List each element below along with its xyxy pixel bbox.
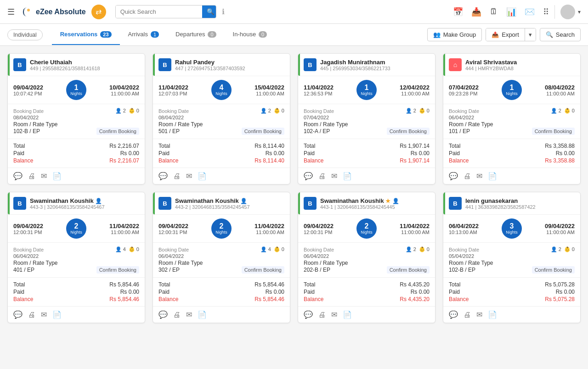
guest-id: 443-1 | 3206468135/3584245445	[320, 204, 430, 210]
user-menu[interactable]: ▾	[560, 5, 581, 19]
email-icon[interactable]: ✉	[476, 310, 482, 319]
document-icon[interactable]: 📄	[52, 310, 62, 319]
email-icon[interactable]: ✉	[186, 172, 192, 180]
guest-icons: 👤 2 👶 0	[115, 108, 139, 114]
make-group-button[interactable]: 👥 Make Group	[427, 28, 482, 41]
document-icon[interactable]: 📄	[488, 310, 497, 319]
export-dropdown-button[interactable]: ▾	[525, 28, 536, 41]
comment-icon[interactable]: 💬	[449, 310, 458, 319]
tab-arrivals[interactable]: Arrivals 1	[120, 24, 167, 45]
document-icon[interactable]: 📄	[52, 172, 62, 180]
card-header: B Jagadish Munirathnam 445 | 2569953034/…	[298, 54, 435, 76]
individual-toggle[interactable]: Individual	[7, 29, 43, 40]
guest-info: Cherie Uthaiah 449 | 2955882261/35881416…	[30, 59, 139, 71]
tab-arrivals-label: Arrivals	[128, 31, 148, 38]
grid-icon[interactable]: ⠿	[543, 7, 549, 17]
export-button[interactable]: 📤 Export	[486, 28, 525, 41]
check-in-date: 09/04/2022	[158, 223, 209, 229]
tab-inhouse[interactable]: In-house 0	[225, 24, 276, 45]
document-icon[interactable]: 📄	[343, 172, 352, 180]
source-avatar: B	[158, 197, 171, 210]
nights-label: Nights	[361, 230, 373, 235]
comment-icon[interactable]: 💬	[304, 310, 313, 319]
quick-search-input[interactable]	[116, 6, 202, 18]
print-icon[interactable]: 🖨	[318, 311, 326, 319]
quick-search-button[interactable]: 🔍	[202, 6, 216, 18]
toggle-group: Individual	[7, 29, 43, 40]
booking-date-value: 08/04/2022	[13, 115, 39, 120]
email-icon[interactable]: ✉	[331, 172, 337, 180]
nights-number: 2	[365, 223, 369, 230]
calendar-icon[interactable]: 📅	[453, 7, 463, 17]
booking-info: Booking Date 👤 2 👶 0 08/04/2022 Room / R…	[8, 104, 145, 139]
email-icon[interactable]: ✉	[476, 172, 482, 180]
mail-icon[interactable]: ✉️	[525, 7, 535, 17]
print-icon[interactable]: 🖨	[28, 172, 35, 180]
guest-icons: 👤 2 👶 0	[260, 108, 284, 114]
room-rate-value: 501 / EP	[158, 128, 180, 134]
inbox-icon[interactable]: 📥	[471, 7, 481, 17]
status-bar	[298, 54, 300, 76]
print-icon[interactable]: 🖨	[464, 311, 471, 319]
status-bar	[8, 54, 10, 76]
check-out-date: 12/04/2022	[379, 84, 430, 91]
print-icon[interactable]: 🖨	[464, 172, 471, 180]
reservation-card: B Rahul Pandey 447 | 2726947513/35874035…	[153, 53, 290, 184]
tab-departures[interactable]: Departures 0	[167, 24, 224, 45]
guest-info: Aviral Shrivastava 444 | HMRY2BWDA8	[465, 59, 575, 71]
document-icon[interactable]: 📄	[198, 310, 207, 319]
print-icon[interactable]: 🖨	[318, 172, 326, 180]
balance-row: Balance Rs 2,216.07	[13, 157, 139, 164]
guest-info: Jagadish Munirathnam 445 | 2569953034/35…	[320, 59, 430, 71]
check-in-time: 12:00:31 PM	[304, 229, 354, 235]
email-icon[interactable]: ✉	[186, 310, 192, 319]
print-icon[interactable]: 🖨	[28, 311, 35, 319]
comment-icon[interactable]: 💬	[449, 172, 458, 180]
comment-icon[interactable]: 💬	[158, 172, 168, 180]
email-icon[interactable]: ✉	[41, 172, 47, 180]
calendar2-icon[interactable]: 🗓	[490, 7, 498, 17]
info-icon[interactable]: ℹ	[222, 7, 225, 16]
random-icon[interactable]: ⇄	[91, 5, 106, 19]
document-icon[interactable]: 📄	[198, 172, 207, 180]
booking-date-value-row: 08/04/2022	[13, 115, 139, 120]
room-rate-row: 102-B / EP Confirm Booking	[13, 128, 139, 135]
card-header: B Swaminathan Koushik 👤 443-3 | 32064681…	[8, 192, 145, 215]
child-icon: 👶 0	[419, 246, 430, 252]
guest-id: 443-2 | 3206468135/3584245457	[175, 204, 284, 210]
check-out-date: 15/04/2022	[234, 84, 284, 91]
email-icon[interactable]: ✉	[331, 310, 337, 319]
search-button[interactable]: 🔍 Search	[540, 28, 581, 41]
check-in-time: 12:36:53 PM	[304, 91, 354, 96]
email-icon[interactable]: ✉	[41, 310, 47, 319]
comment-icon[interactable]: 💬	[158, 310, 168, 319]
tab-reservations[interactable]: Reservations 23	[52, 24, 120, 45]
check-in-date: 09/04/2022	[13, 84, 63, 91]
tab-departures-label: Departures	[175, 31, 205, 38]
room-rate-value: 302 / EP	[158, 267, 180, 273]
total-label: Total	[158, 281, 170, 288]
card-footer: 💬 🖨 ✉ 📄	[153, 168, 290, 184]
booking-date-row: Booking Date 👤 2 👶 0	[13, 108, 139, 114]
reservations-grid: B Cherie Uthaiah 449 | 2955882261/358814…	[7, 53, 581, 323]
flag-icon[interactable]: 📊	[506, 7, 516, 17]
total-label: Total	[158, 143, 170, 149]
document-icon[interactable]: 📄	[343, 310, 352, 319]
hamburger-icon[interactable]: ☰	[7, 7, 15, 17]
comment-icon[interactable]: 💬	[13, 172, 23, 180]
main-content: B Cherie Uthaiah 449 | 2955882261/358814…	[0, 46, 588, 330]
room-confirm-row: Room / Rate Type	[449, 121, 575, 128]
check-out-date: 08/04/2022	[525, 84, 575, 91]
print-icon[interactable]: 🖨	[173, 311, 181, 319]
make-group-label: Make Group	[443, 31, 476, 38]
booking-date-value: 06/04/2022	[158, 253, 184, 259]
room-confirm-row: Room / Rate Type	[304, 121, 430, 128]
document-icon[interactable]: 📄	[488, 172, 497, 180]
comment-icon[interactable]: 💬	[13, 310, 23, 319]
print-icon[interactable]: 🖨	[173, 172, 181, 180]
paid-label: Paid	[158, 289, 170, 295]
card-footer: 💬 🖨 ✉ 📄	[153, 306, 290, 323]
balance-row: Balance Rs 5,854.46	[158, 296, 284, 302]
comment-icon[interactable]: 💬	[304, 172, 313, 180]
check-in-date: 09/04/2022	[304, 223, 354, 229]
